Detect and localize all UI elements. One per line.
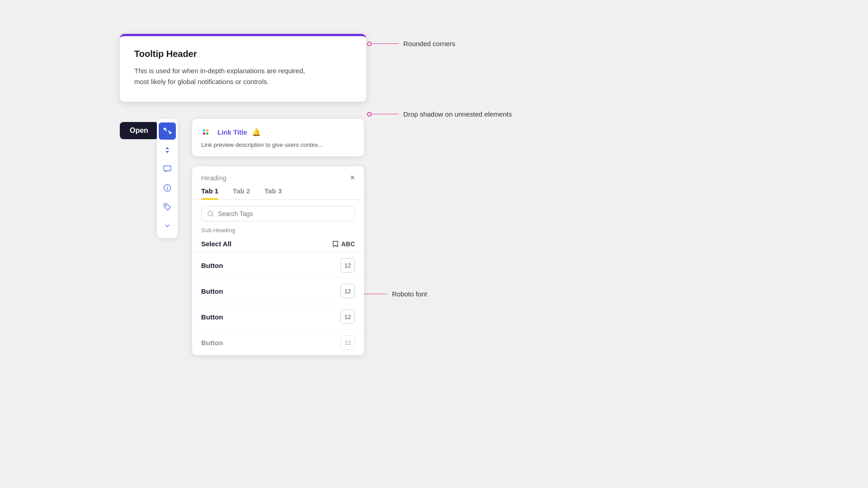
link-preview-card: Link Title 🔔 Link preview description to…	[192, 119, 364, 156]
info-icon-btn[interactable]	[159, 179, 176, 197]
icon-toolbar	[157, 119, 178, 238]
chat-icon-btn[interactable]	[159, 160, 176, 178]
annotation-line	[372, 43, 399, 44]
tooltip-title: Tooltip Header	[134, 49, 352, 59]
annotation-line	[360, 294, 387, 294]
svg-rect-0	[164, 166, 171, 171]
link-preview-emoji: 🔔	[252, 128, 261, 136]
bookmark-icon	[332, 240, 339, 248]
panel-close-button[interactable]: ×	[350, 174, 355, 182]
svg-rect-3	[203, 132, 205, 135]
chat-icon	[163, 164, 172, 174]
search-input[interactable]	[218, 210, 349, 217]
list-item: Button 12	[192, 330, 364, 355]
tag-icon-btn[interactable]	[159, 198, 176, 216]
main-panel: Heading × Tab 1 Tab 2 Tab 3 Sub Heading …	[192, 166, 364, 355]
badge-num: 12	[340, 310, 355, 324]
list-row-label: Button	[201, 287, 223, 295]
slack-icon	[201, 126, 213, 138]
list-item: Button 12	[192, 278, 364, 304]
up-down-icon-btn[interactable]	[159, 141, 176, 159]
panel-header: Heading ×	[192, 166, 364, 182]
tabs-bar: Tab 1 Tab 2 Tab 3	[192, 182, 364, 200]
list-row-label: Button	[201, 262, 223, 269]
select-all-row: Select All ABC	[192, 235, 364, 253]
sub-heading: Sub Heading	[192, 221, 364, 235]
annotation-line	[372, 114, 399, 114]
badge-num: 12	[340, 335, 355, 350]
abc-badge: ABC	[332, 240, 355, 248]
tooltip-body: This is used for when in-depth explanati…	[134, 66, 352, 87]
svg-rect-5	[206, 132, 208, 135]
annotation-dot	[367, 42, 372, 46]
chevron-down-icon	[163, 221, 172, 230]
list-row-label: Button	[201, 313, 223, 321]
up-down-icon	[163, 145, 172, 155]
list-item: Button 12	[192, 253, 364, 278]
search-icon	[207, 210, 214, 217]
annotation-drop-shadow: Drop shadow on unnested elements	[367, 110, 512, 118]
svg-rect-4	[203, 129, 205, 131]
panel-heading: Heading	[201, 174, 226, 182]
list-row-label: Button	[201, 339, 223, 347]
annotation-roboto-font: Roboto font	[356, 290, 427, 298]
link-preview-header: Link Title 🔔	[201, 126, 355, 138]
annotation-rounded-corners: Rounded corners	[367, 40, 455, 47]
resize-icon-btn[interactable]	[159, 122, 176, 140]
svg-rect-6	[206, 129, 208, 131]
chevron-down-icon-btn[interactable]	[159, 217, 176, 235]
link-preview-description: Link preview description to give users c…	[201, 141, 355, 148]
tag-icon	[163, 202, 172, 211]
tab-2[interactable]: Tab 2	[233, 187, 250, 199]
list-item: Button 12	[192, 304, 364, 330]
search-bar	[201, 206, 355, 221]
resize-icon	[163, 127, 172, 136]
svg-rect-2	[201, 126, 213, 138]
tooltip-card: Tooltip Header This is used for when in-…	[120, 34, 366, 102]
info-icon	[163, 183, 172, 192]
open-button[interactable]: Open	[120, 122, 158, 139]
tab-3[interactable]: Tab 3	[264, 187, 282, 199]
select-all-label: Select All	[201, 240, 231, 248]
badge-num: 12	[340, 284, 355, 298]
annotation-dot	[367, 112, 372, 117]
badge-num: 12	[340, 258, 355, 272]
tab-1[interactable]: Tab 1	[201, 187, 218, 199]
link-preview-title: Link Title	[217, 128, 247, 136]
